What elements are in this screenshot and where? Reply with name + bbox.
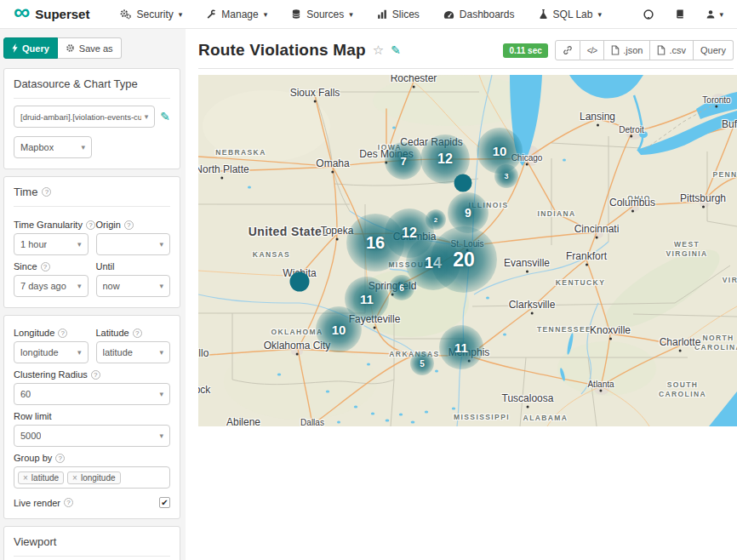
field-label: Longitude	[14, 328, 54, 338]
help-icon[interactable]: ?	[86, 220, 95, 230]
city-label-text: ock	[198, 385, 210, 396]
datasource-select[interactable]: [druid-ambari].[violation-events-cube] ▾	[14, 106, 155, 128]
chevron-down-icon: ▾	[145, 112, 149, 121]
map-state-label: INDIANA	[537, 209, 575, 219]
edit-datasource-icon[interactable]: ✎	[160, 111, 170, 123]
map-cluster[interactable]: 10	[316, 306, 362, 352]
chevron-down-icon: ▾	[349, 10, 353, 19]
clustering-radius-select[interactable]: 60 ▾	[14, 383, 170, 405]
edit-title-icon[interactable]: ✎	[391, 44, 401, 56]
nav-item-slices[interactable]: Slices	[377, 9, 420, 20]
city-dot	[702, 206, 705, 209]
map-state-label: PENN	[712, 170, 737, 180]
docs-book-icon[interactable]	[675, 9, 685, 20]
map-city-label: Frankfort	[566, 251, 607, 266]
file-icon	[611, 45, 620, 55]
save-as-button[interactable]: Save as	[58, 37, 122, 59]
nav-item-dashboards[interactable]: Dashboards	[443, 9, 515, 20]
query-button[interactable]: Query	[3, 37, 58, 59]
map-point-dot[interactable]	[290, 272, 310, 292]
city-dot	[531, 312, 534, 315]
map-cluster[interactable]: 20	[431, 226, 497, 293]
map-city-label: Columbus	[609, 197, 655, 212]
map-state-label: KANSAS	[253, 250, 290, 260]
city-dot	[715, 106, 717, 108]
gear-icon	[66, 43, 75, 53]
field-label: Time Granularity	[14, 220, 83, 230]
github-icon[interactable]	[643, 9, 654, 20]
map-cluster[interactable]: 5	[410, 351, 434, 375]
remove-tag-icon[interactable]: ×	[23, 473, 28, 483]
city-dot	[221, 177, 224, 180]
superset-logo[interactable]: ∞ Superset	[14, 4, 89, 24]
city-label-text: North Platte	[198, 164, 249, 175]
nav-item-manage[interactable]: Manage ▾	[206, 9, 267, 20]
city-label-text: Detroit	[619, 125, 643, 134]
map-cluster[interactable]: 11	[439, 325, 483, 369]
nav-item-sql-lab[interactable]: SQL Lab ▾	[539, 9, 602, 20]
help-icon[interactable]: ?	[41, 262, 50, 271]
help-icon[interactable]: ?	[55, 454, 65, 463]
help-icon[interactable]: ?	[91, 370, 100, 380]
map-cluster[interactable]: 7	[385, 142, 422, 180]
map-city-label: Evansville	[504, 258, 550, 272]
nav-item-sources[interactable]: Sources ▾	[291, 9, 353, 20]
share-link-button[interactable]	[555, 40, 580, 60]
city-dot	[335, 238, 338, 241]
nav-item-security[interactable]: Security ▾	[120, 9, 182, 20]
field-label: Since	[14, 261, 37, 271]
map-state-label: KENTUCKY	[556, 278, 605, 288]
panel-title: Datasource & Chart Type	[14, 77, 170, 99]
query-action-button[interactable]: Query	[694, 40, 734, 60]
city-dot	[631, 210, 634, 213]
nav-label: Slices	[392, 9, 420, 20]
tag-label: latitude	[31, 473, 59, 483]
cogs-icon	[120, 9, 131, 20]
city-label-text: Rochester	[391, 75, 437, 85]
help-icon[interactable]: ?	[64, 498, 73, 507]
city-label-text: Knoxville	[590, 325, 631, 336]
favorite-star-icon[interactable]: ☆	[373, 43, 384, 58]
help-icon[interactable]: ?	[124, 220, 134, 230]
map-city-label: Tuscaloosa	[502, 393, 554, 408]
city-dot	[373, 327, 375, 329]
export-json-button[interactable]: .json	[604, 40, 650, 60]
map-city-label: Charlotte	[660, 337, 701, 351]
city-dot	[526, 271, 528, 273]
export-csv-button[interactable]: .csv	[650, 40, 694, 60]
nav-label: Dashboards	[460, 9, 515, 20]
options-panel: Longitude? longitude ▾ Latitude? latitud…	[3, 315, 180, 519]
help-icon[interactable]: ?	[42, 187, 51, 197]
live-render-checkbox[interactable]: ✔	[159, 497, 170, 508]
map-state-label: VIRG	[723, 276, 737, 285]
time-granularity-select[interactable]: 1 hour ▾	[14, 233, 89, 255]
map-cluster[interactable]: 16	[346, 214, 404, 271]
city-label-text: Buffa	[722, 119, 737, 130]
map-point-dot[interactable]	[454, 174, 472, 192]
chart-type-select[interactable]: Mapbox ▾	[14, 136, 92, 158]
group-by-input[interactable]: ×latitude ×longitude	[14, 466, 170, 489]
map-city-label: illo	[198, 348, 209, 359]
remove-tag-icon[interactable]: ×	[72, 473, 77, 483]
view-query-code-button[interactable]: </>	[580, 40, 604, 60]
help-icon[interactable]: ?	[133, 329, 142, 338]
city-label-text: Atlanta	[587, 380, 614, 389]
chevron-down-icon: ▾	[159, 431, 163, 440]
origin-select[interactable]: ▾	[96, 233, 171, 255]
map-city-label: Knoxville	[590, 325, 631, 340]
map-cluster[interactable]: 3	[494, 164, 518, 188]
mapbox-viz[interactable]: NEBRASKAIOWAKANSASMISSOURIILLINOISINDIAN…	[198, 75, 737, 426]
until-select[interactable]: now ▾	[96, 275, 171, 297]
city-label-text: Evansville	[504, 258, 550, 269]
help-icon[interactable]: ?	[58, 329, 67, 338]
city-dot	[585, 264, 587, 266]
user-menu[interactable]: ▾	[706, 9, 723, 20]
time-panel: Time ? Time Granularity? 1 hour ▾ Origin…	[3, 176, 180, 308]
latitude-select[interactable]: latitude ▾	[96, 341, 171, 363]
since-select[interactable]: 7 days ago ▾	[14, 275, 89, 297]
navbar: ∞ Superset Security ▾ Manage ▾ Sources ▾…	[0, 0, 737, 29]
row-limit-select[interactable]: 5000 ▾	[14, 425, 170, 447]
nav-label: Security	[136, 9, 173, 20]
map-cluster[interactable]: 6	[389, 275, 414, 300]
longitude-select[interactable]: longitude ▾	[14, 341, 89, 363]
